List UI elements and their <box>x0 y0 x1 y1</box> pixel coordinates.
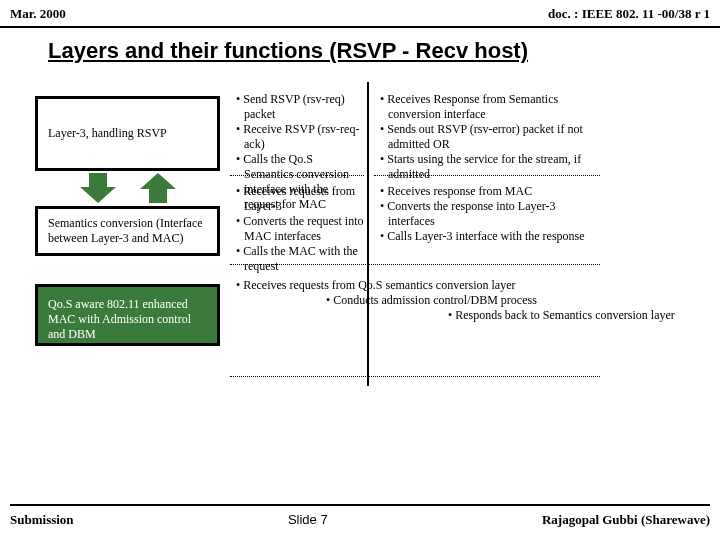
content-area: Layer-3, handling RSVP Semantics convers… <box>0 92 720 452</box>
bullet: Conducts admission control/DBM process <box>326 293 704 308</box>
dotted-rule <box>374 175 600 176</box>
box-semconv-label: Semantics conversion (Interface between … <box>48 216 207 246</box>
footer: Submission Slide 7 Rajagopal Gubbi (Shar… <box>0 504 720 528</box>
bullet: Receives response from MAC <box>380 184 594 199</box>
dotted-rule <box>230 264 600 265</box>
bullet: Converts the request into MAC interfaces <box>236 214 364 244</box>
dotted-rule <box>230 175 364 176</box>
footer-rule <box>10 504 710 506</box>
box-layer3-label: Layer-3, handling RSVP <box>48 126 167 141</box>
bullet: Send RSVP (rsv-req) packet <box>236 92 364 122</box>
box-layer3: Layer-3, handling RSVP <box>35 96 220 171</box>
bullet: Calls Layer-3 interface with the respons… <box>380 229 594 244</box>
bullet: Starts using the service for the stream,… <box>380 152 594 182</box>
bullet: Receives requests from Qo.S semantics co… <box>236 278 704 293</box>
bullet: Converts the response into Layer-3 inter… <box>380 199 594 229</box>
row3: Receives requests from Qo.S semantics co… <box>236 278 704 323</box>
box-semconv: Semantics conversion (Interface between … <box>35 206 220 256</box>
bullet: Receives requests from Layer-3 <box>236 184 364 214</box>
arrow-down-icon <box>80 173 116 203</box>
dotted-rule <box>230 376 600 377</box>
footer-left: Submission <box>10 512 74 528</box>
row2-right: Receives response from MAC Converts the … <box>380 184 594 244</box>
box-mac-label: Qo.S aware 802.11 enhanced MAC with Admi… <box>48 297 191 341</box>
row2-left: Receives requests from Layer-3 Converts … <box>236 184 364 274</box>
bullet: Responds back to Semantics conversion la… <box>448 308 704 323</box>
arrow-up-icon <box>140 173 176 203</box>
bullet: Sends out RSVP (rsv-error) packet if not… <box>380 122 594 152</box>
bullet: Receives Response from Semantics convers… <box>380 92 594 122</box>
footer-right: Rajagopal Gubbi (Sharewave) <box>542 512 710 528</box>
bullet: Receive RSVP (rsv-req-ack) <box>236 122 364 152</box>
box-mac: Qo.S aware 802.11 enhanced MAC with Admi… <box>35 284 220 346</box>
vertical-divider <box>367 82 369 386</box>
bullet: Calls the MAC with the request <box>236 244 364 274</box>
header-docid: doc. : IEEE 802. 11 -00/38 r 1 <box>548 6 710 22</box>
slide-title: Layers and their functions (RSVP - Recv … <box>0 28 720 64</box>
row1-right: Receives Response from Semantics convers… <box>380 92 594 182</box>
header-bar: Mar. 2000 doc. : IEEE 802. 11 -00/38 r 1 <box>0 0 720 22</box>
header-date: Mar. 2000 <box>10 6 66 22</box>
footer-slide: Slide 7 <box>288 512 328 528</box>
